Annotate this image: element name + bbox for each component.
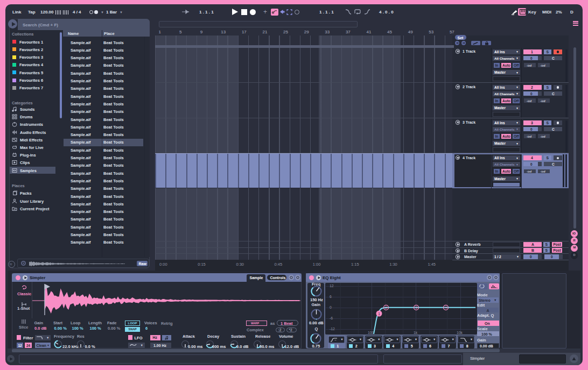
svg-text:1: 1 — [378, 312, 380, 316]
